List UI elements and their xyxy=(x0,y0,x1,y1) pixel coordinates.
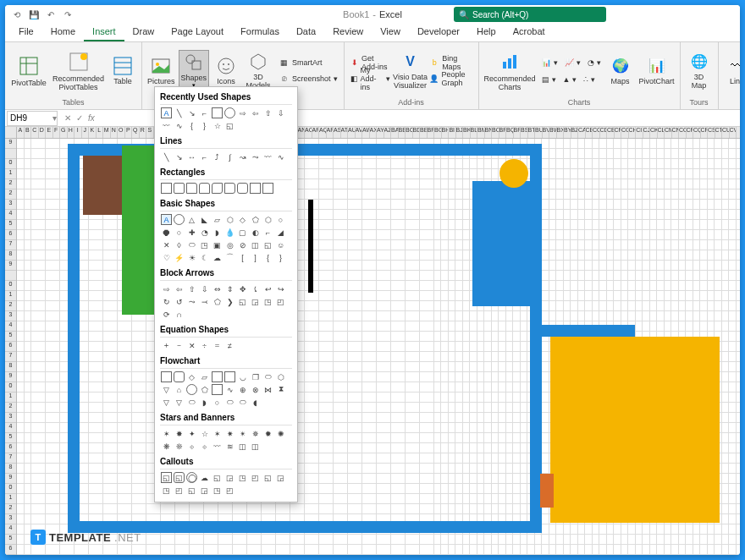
shape-b-cross[interactable]: ✕ xyxy=(161,239,172,250)
col-header[interactable]: CI xyxy=(636,127,643,138)
shape-b-can[interactable]: ⬭ xyxy=(186,239,197,250)
shape-co-l2[interactable]: ◲ xyxy=(224,472,235,483)
tab-file[interactable]: File xyxy=(10,23,42,41)
row-headers[interactable]: 9012234567890123456789012345678901234567 xyxy=(5,139,17,555)
shape-eq-eq[interactable]: ＝ xyxy=(212,340,223,351)
row-header[interactable]: 1 xyxy=(5,169,16,179)
shape-r8[interactable] xyxy=(250,183,261,194)
shape-r4[interactable] xyxy=(199,183,210,194)
col-header[interactable]: BW xyxy=(549,127,557,138)
shape-fc-delay[interactable]: ◗ xyxy=(199,397,210,408)
row-header[interactable]: 9 xyxy=(5,139,16,149)
shape-elbow[interactable]: ⌐ xyxy=(199,151,210,162)
shape-fc-mag[interactable]: ⬭ xyxy=(224,397,235,408)
shape-b-pie[interactable]: ◔ xyxy=(199,227,210,238)
shape-r7[interactable] xyxy=(237,183,248,194)
shape-fc-prep[interactable]: ⬡ xyxy=(275,371,286,382)
shape-st-6[interactable]: ✶ xyxy=(212,428,223,439)
shape-b-hept[interactable]: ○ xyxy=(275,214,286,225)
shape-fc-term[interactable]: ⬭ xyxy=(262,371,273,382)
shape-ba-bent[interactable]: ⤹ xyxy=(250,283,261,294)
shape-scribble[interactable]: ∿ xyxy=(174,120,185,131)
shape-scrib2[interactable]: ∿ xyxy=(275,151,286,162)
shape-st-exp1[interactable]: ✶ xyxy=(161,428,172,439)
row-header[interactable]: 8 xyxy=(5,362,16,372)
shape-ba-curv[interactable]: ↻ xyxy=(161,296,172,307)
shape-co-cl[interactable]: ☁ xyxy=(199,472,210,483)
shape-st-12[interactable]: ✹ xyxy=(262,428,273,439)
row-header[interactable]: 4 xyxy=(5,210,16,220)
row-header[interactable]: 4 xyxy=(5,423,16,433)
shape-line2[interactable]: ╲ xyxy=(161,151,172,162)
row-header[interactable]: 6 xyxy=(5,342,16,352)
col-header[interactable]: BC xyxy=(406,127,413,138)
shape-co-rr[interactable]: ◱ xyxy=(174,472,185,483)
visio-button[interactable]: VVisio Data Visualizer xyxy=(395,50,425,92)
row-header[interactable]: 2 xyxy=(5,403,16,413)
col-header[interactable]: BS xyxy=(521,127,528,138)
shape-b-lbrc[interactable]: { xyxy=(262,252,273,263)
shape-fc-merge[interactable]: ▽ xyxy=(174,397,185,408)
shape-co-ba3[interactable]: ◳ xyxy=(161,485,172,496)
shape-fc-disk[interactable]: ⬭ xyxy=(237,397,248,408)
chart-scatter-button[interactable]: ∴▾ xyxy=(581,72,598,87)
shape-st-32[interactable]: ❊ xyxy=(174,441,185,452)
my-addins-button[interactable]: ◧My Add-ins ▾ xyxy=(348,71,394,86)
shape-fc-pre[interactable] xyxy=(212,371,223,382)
col-header[interactable]: CU xyxy=(722,127,730,138)
shape-ba-u[interactable]: ⇧ xyxy=(186,283,197,294)
shape-fc-card[interactable] xyxy=(212,384,223,395)
col-header[interactable]: BU xyxy=(535,127,543,138)
shape-b-oct[interactable]: ⯃ xyxy=(161,227,172,238)
chart-bar-button[interactable]: ▤▾ xyxy=(539,72,559,87)
shape-eq-neq[interactable]: ≠ xyxy=(224,340,235,351)
shape-fc-or[interactable]: ⊗ xyxy=(250,384,261,395)
name-box[interactable]: DH9▾ xyxy=(7,111,58,126)
shape-co-l3[interactable]: ◳ xyxy=(237,472,248,483)
recommended-pivottables-button[interactable]: Recommended PivotTables xyxy=(51,48,106,94)
row-header[interactable] xyxy=(5,149,16,159)
maps-button[interactable]: 🌍Maps xyxy=(605,54,636,88)
col-header[interactable]: AV xyxy=(356,127,363,138)
col-header[interactable]: BE xyxy=(420,127,428,138)
col-header[interactable]: BO xyxy=(492,127,499,138)
row-header[interactable]: 2 xyxy=(5,179,16,189)
tab-acrobat[interactable]: Acrobat xyxy=(505,23,554,41)
tab-view[interactable]: View xyxy=(372,23,409,41)
col-header[interactable]: CA xyxy=(578,127,586,138)
shape-st-4[interactable]: ✦ xyxy=(186,428,197,439)
shape-star[interactable]: ☆ xyxy=(212,120,223,131)
shape-b-smile[interactable]: ☺ xyxy=(275,239,286,250)
shape-fc-multi[interactable]: ❐ xyxy=(250,371,261,382)
shape-st-wave[interactable]: 〰 xyxy=(212,441,223,452)
col-header[interactable]: CH xyxy=(629,127,637,138)
shape-b-half[interactable]: ◐ xyxy=(250,227,261,238)
people-graph-button[interactable]: 👤People Graph xyxy=(427,71,474,86)
shape-b-tri[interactable]: △ xyxy=(186,214,197,225)
shape-fc-tape[interactable]: ∿ xyxy=(224,384,235,395)
col-header[interactable]: AS xyxy=(334,127,341,138)
tab-page-layout[interactable]: Page Layout xyxy=(163,23,232,41)
worksheet-grid[interactable] xyxy=(17,139,740,555)
black-line[interactable] xyxy=(308,200,313,293)
col-header[interactable]: CS xyxy=(708,127,715,138)
shape-co-b1[interactable]: ◱ xyxy=(186,485,197,496)
row-header[interactable] xyxy=(5,271,16,281)
row-header[interactable]: 0 xyxy=(5,484,16,494)
search-box[interactable]: 🔍 Search (Alt+Q) xyxy=(454,7,606,22)
tab-review[interactable]: Review xyxy=(324,23,372,41)
shape-textbox[interactable]: A xyxy=(161,107,172,118)
shape-fc-man2[interactable]: ⌂ xyxy=(174,384,185,395)
col-header[interactable]: AY xyxy=(377,127,384,138)
shape-arrow-down[interactable]: ⇩ xyxy=(275,107,286,118)
shape-ba-ut[interactable]: ↩ xyxy=(262,283,273,294)
row-header[interactable]: 7 xyxy=(5,240,16,250)
shape-ba-ud[interactable]: ⇕ xyxy=(224,283,235,294)
col-header[interactable]: H xyxy=(68,127,75,138)
shape-r2[interactable] xyxy=(174,183,185,194)
shape-b-heart[interactable]: ♡ xyxy=(161,252,172,263)
shape-ba-notch[interactable]: ⤙ xyxy=(199,296,210,307)
row-header[interactable]: 1 xyxy=(5,393,16,403)
shape-double-arrow[interactable]: ↔ xyxy=(186,151,197,162)
row-header[interactable]: 1 xyxy=(5,494,16,504)
